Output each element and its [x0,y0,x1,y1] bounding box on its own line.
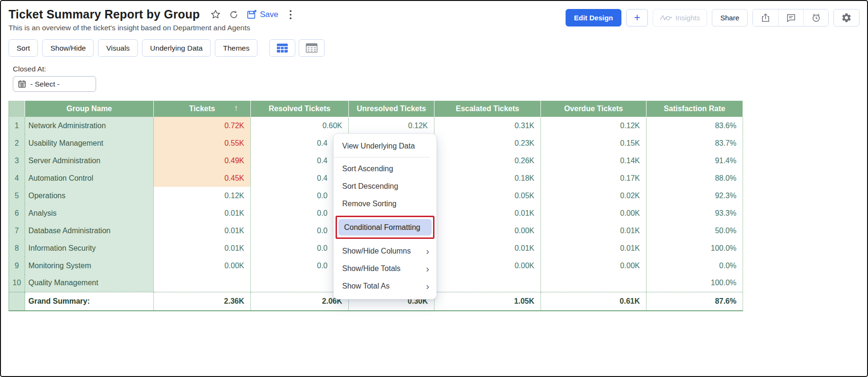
menu-item-label: Show/Hide Totals [342,264,400,273]
escalated-tickets-cell[interactable]: 0.05K [434,187,541,204]
escalated-tickets-cell[interactable]: 0.01K [434,239,541,257]
menu-item-view-underlying-data[interactable]: View Underlying Data [334,137,436,155]
escalated-tickets-cell[interactable]: 0.31K [434,117,541,134]
satisfaction-rate-cell[interactable]: 88.0% [647,169,743,187]
share-button[interactable]: Share [712,9,748,26]
table-view-button[interactable] [269,39,295,57]
column-header-satisfaction-rate[interactable]: Satisfaction Rate [647,101,743,117]
menu-item-show-hide-totals[interactable]: Show/Hide Totals› [334,260,436,277]
menu-item-sort-descending[interactable]: Sort Descending [334,177,436,195]
column-header-resolved-tickets[interactable]: Resolved Tickets [251,101,349,117]
overdue-tickets-cell[interactable]: 0.00K [541,204,647,222]
save-button[interactable]: Save [247,9,278,20]
group-name-cell[interactable]: Monitoring System [25,257,154,274]
unresolved-tickets-cell[interactable]: 0.12K [349,117,434,134]
settings-button[interactable] [833,9,859,26]
group-name-cell[interactable]: Usability Management [25,134,154,152]
tickets-cell[interactable]: 0.01K [154,222,251,239]
menu-item-show-total-as[interactable]: Show Total As› [334,277,436,295]
group-name-cell[interactable]: Information Security [25,239,154,257]
menu-item-show-hide-columns[interactable]: Show/Hide Columns› [334,242,436,260]
table-row: 1Network Administration0.72K0.60K0.12K0.… [9,117,743,134]
plus-icon: + [634,11,640,24]
closed-at-value: - Select - [30,80,60,88]
row-number: 3 [9,152,25,169]
closed-at-select[interactable]: - Select - [13,76,96,92]
satisfaction-rate-cell[interactable]: 93.3% [647,204,743,222]
escalated-tickets-cell[interactable]: 0.01K [434,204,541,222]
column-header-overdue-tickets[interactable]: Overdue Tickets [541,101,647,117]
satisfaction-rate-cell[interactable]: 100.0% [647,239,743,257]
toolbar-button-sort[interactable]: Sort [9,39,38,57]
tickets-cell[interactable]: 0.72K [154,117,251,134]
table-view-icon [276,43,288,53]
group-name-cell[interactable]: Analysis [25,204,154,222]
alerts-button[interactable] [803,9,828,26]
overdue-tickets-cell[interactable]: 0.02K [541,187,647,204]
page-title: Ticket Summary Report by Group [9,8,200,21]
column-header-unresolved-tickets[interactable]: Unresolved Tickets [349,101,434,117]
group-name-cell[interactable]: Network Administration [25,117,154,134]
overdue-tickets-cell[interactable]: 0.00K [541,257,647,274]
tickets-cell[interactable]: 0.55K [154,134,251,152]
menu-item-sort-ascending[interactable]: Sort Ascending [334,160,436,177]
tickets-cell[interactable]: 0.49K [154,152,251,169]
tickets-cell[interactable]: 0.12K [154,187,251,204]
escalated-tickets-cell[interactable]: 0.23K [434,134,541,152]
closed-at-label: Closed At: [13,65,859,73]
favorite-star-icon[interactable] [210,9,221,20]
satisfaction-rate-cell[interactable]: 50.0% [647,222,743,239]
toolbar-button-show-hide[interactable]: Show/Hide [42,39,94,57]
overdue-tickets-cell[interactable]: 0.01K [541,239,647,257]
group-name-cell[interactable]: Server Administration [25,152,154,169]
toolbar-button-themes[interactable]: Themes [215,39,257,57]
menu-item-conditional-formatting[interactable]: Conditional Formatting [338,219,432,236]
add-button[interactable]: + [626,9,648,26]
overdue-tickets-cell[interactable] [541,274,647,292]
overdue-tickets-cell[interactable]: 0.14K [541,152,647,169]
escalated-tickets-cell[interactable]: 0.00K [434,257,541,274]
edit-design-button[interactable]: Edit Design [566,9,622,26]
satisfaction-rate-cell[interactable]: 83.7% [647,134,743,152]
overdue-tickets-cell[interactable]: 0.12K [541,117,647,134]
satisfaction-rate-cell[interactable]: 91.4% [647,152,743,169]
column-header-tickets[interactable]: Tickets↑ [154,101,251,117]
more-options-kebab-icon[interactable] [289,9,292,20]
satisfaction-rate-cell[interactable]: 100.0% [647,274,743,292]
escalated-tickets-cell[interactable] [434,274,541,292]
group-name-cell[interactable]: Quality Management [25,274,154,292]
submenu-chevron-icon: › [426,246,429,256]
group-name-cell[interactable]: Database Administration [25,222,154,239]
conditional-formatting-annotation-box: Conditional Formatting [336,216,434,239]
escalated-tickets-cell[interactable]: 0.00K [434,222,541,239]
satisfaction-rate-cell[interactable]: 92.3% [647,187,743,204]
overdue-tickets-cell[interactable]: 0.17K [541,169,647,187]
column-header-escalated-tickets[interactable]: Escalated Tickets [434,101,541,117]
satisfaction-rate-cell[interactable]: 0.0% [647,257,743,274]
tickets-cell[interactable]: 0.01K [154,204,251,222]
row-number: 2 [9,134,25,152]
insights-button[interactable]: Insights [653,9,707,26]
export-icon [760,12,771,23]
column-header-label: Satisfaction Rate [664,105,726,113]
tickets-cell[interactable] [154,274,251,292]
comment-button[interactable] [778,9,803,26]
overdue-tickets-cell[interactable]: 0.01K [541,222,647,239]
menu-item-remove-sorting[interactable]: Remove Sorting [334,195,436,212]
toolbar-button-visuals[interactable]: Visuals [98,39,138,57]
overdue-tickets-cell[interactable]: 0.15K [541,134,647,152]
tickets-cell[interactable]: 0.01K [154,239,251,257]
satisfaction-rate-cell[interactable]: 83.6% [647,117,743,134]
resolved-tickets-cell[interactable]: 0.60K [251,117,349,134]
group-name-cell[interactable]: Operations [25,187,154,204]
escalated-tickets-cell[interactable]: 0.26K [434,152,541,169]
pivot-view-button[interactable] [299,39,325,57]
group-name-cell[interactable]: Automation Control [25,169,154,187]
tickets-cell[interactable]: 0.45K [154,169,251,187]
export-button[interactable] [753,9,778,26]
column-header-group-name[interactable]: Group Name [25,101,154,117]
refresh-icon[interactable] [229,9,239,20]
tickets-cell[interactable]: 0.00K [154,257,251,274]
escalated-tickets-cell[interactable]: 0.18K [434,169,541,187]
toolbar-button-underlying-data[interactable]: Underlying Data [142,39,211,57]
